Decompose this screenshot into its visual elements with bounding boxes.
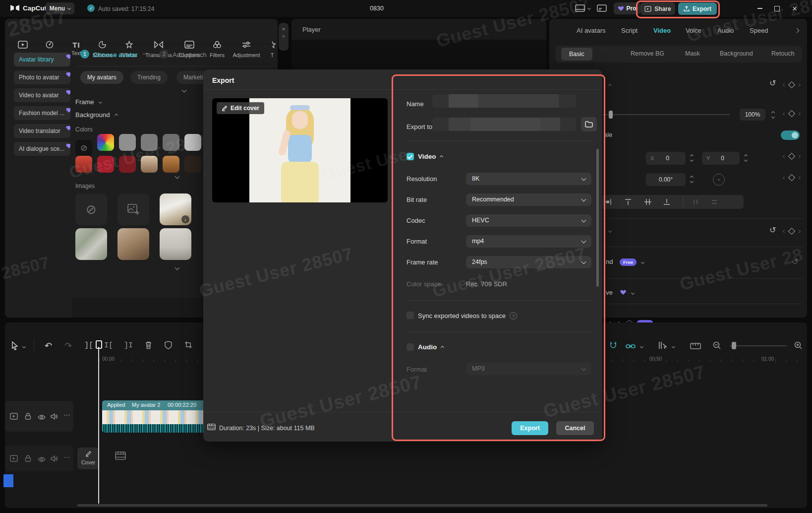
sync-checkbox[interactable] [406,312,414,319]
notes-icon[interactable] [597,4,607,14]
background-chevron-icon[interactable] [115,114,118,117]
zoom-in-icon[interactable] [794,341,802,351]
dialog-scrollbar[interactable] [596,149,599,287]
sidebar-item-ai-dialogue[interactable]: AI dialogue sce... [14,142,70,156]
player-layout-icon[interactable] [575,4,585,14]
subtab-remove-bg[interactable]: Remove BG [631,50,664,57]
rotation-stepper[interactable] [688,173,695,185]
image-tile-photo-1[interactable]: ↓ [160,193,191,225]
tab-audio[interactable]: Audio [717,27,734,34]
timeline-zoom-thumb[interactable] [732,342,736,349]
download-icon[interactable]: ↓ [181,215,189,223]
sidebar-item-video-translator[interactable]: Video translator [14,124,70,138]
rotation-field[interactable]: 0.00° [646,173,686,186]
playhead-marker[interactable] [96,340,102,349]
align-center-icon[interactable] [644,198,652,208]
keyframe-control[interactable] [783,175,800,180]
reset-icon[interactable]: ↺ [769,79,776,87]
panel-collapse-handle[interactable]: ✕≡ [279,23,289,51]
x-position-field[interactable]: X0 [646,152,686,165]
framerate-select[interactable]: 24fps [466,256,591,268]
more-options-icon[interactable]: ⋯ [63,411,70,419]
visibility-icon[interactable] [38,413,46,422]
tabs-more-icon[interactable] [795,28,800,33]
color-swatch[interactable]: ⊘ [75,140,92,157]
color-swatch[interactable] [141,134,158,151]
background-section-label[interactable]: Background [75,111,110,119]
distribute-h-icon[interactable] [692,198,699,208]
tab-trending[interactable]: Trending [130,71,168,84]
dialog-export-button[interactable]: Export [512,421,548,435]
export-to-field[interactable] [432,118,576,131]
rotation-dial[interactable]: − [713,174,725,186]
colors-expand-icon[interactable] [175,174,180,179]
frame-chevron-icon[interactable] [99,100,102,104]
tab-speed[interactable]: Speed [750,27,768,34]
color-swatch[interactable] [119,156,136,173]
edit-cover-button[interactable]: Edit cover [217,102,264,114]
align-bottom-icon[interactable] [663,198,671,208]
video-collapse-icon[interactable] [440,155,443,159]
trim-left-icon[interactable]: I[ [104,341,113,350]
snap-icon[interactable] [609,341,618,352]
y-position-field[interactable]: Y0 [702,152,740,165]
subtab-basic[interactable]: Basic [561,48,592,61]
sidebar-item-fashion-model[interactable]: Fashion model ... [14,106,70,120]
image-tile-photo-2[interactable] [75,228,107,260]
tab-video[interactable]: Video [653,27,671,34]
timeline-h-scrollbar[interactable] [77,504,767,507]
scale-slider-thumb[interactable] [609,111,613,119]
tab-templates-partial[interactable]: T [265,41,278,58]
toggle-switch[interactable] [781,130,800,140]
y-stepper[interactable] [742,152,749,164]
keyframe-control[interactable] [783,154,800,159]
more-options-icon[interactable]: ⋯ [63,453,70,461]
format-select[interactable]: mp4 [466,235,591,248]
color-swatch[interactable] [141,156,158,173]
distribute-v-icon[interactable] [710,198,718,208]
tab-my-avatars[interactable]: My avatars [80,71,123,84]
undo-icon[interactable]: ↶ [45,340,52,351]
mute-icon[interactable] [51,455,58,464]
color-swatch[interactable] [119,134,136,151]
redo-icon[interactable]: ↷ [64,340,72,351]
subtab-background[interactable]: Background [720,50,753,57]
image-tile-photo-3[interactable] [117,228,149,260]
tabs-expand-icon[interactable] [182,88,187,93]
keyframe-control[interactable] [783,82,800,87]
preview-split-chevron-icon[interactable] [672,345,675,348]
tab-adjustment[interactable]: Adjustment [231,41,262,58]
menu-button[interactable]: Menu [46,2,74,14]
frame-section-label[interactable]: Frame [75,98,94,106]
layout-chevron-icon[interactable] [587,6,591,10]
images-expand-icon[interactable] [175,265,180,270]
sidebar-item-photo-to-avatar[interactable]: Photo to avatar [14,70,70,84]
color-swatch[interactable] [75,156,92,173]
mute-icon[interactable] [51,413,58,422]
subtab-retouch[interactable]: Retouch [771,50,795,57]
cursor-chevron-icon[interactable] [22,345,26,348]
lock-icon[interactable] [25,455,31,464]
split-icon[interactable]: ][ [84,341,93,350]
color-swatch[interactable] [184,156,201,173]
scale-stepper[interactable] [769,109,776,121]
audio-format-select[interactable]: MP3 [466,363,591,375]
tab-script[interactable]: Script [621,27,638,34]
close-button[interactable]: ✕ [790,4,799,13]
reset-icon[interactable]: ↺ [769,226,776,234]
color-swatch[interactable] [163,156,179,173]
image-tile-none[interactable]: ⊘ [75,193,107,225]
crop-icon[interactable] [184,341,192,351]
keyframe-control[interactable] [783,229,800,234]
audio-checkbox[interactable] [406,343,414,351]
keyframe-control[interactable] [783,111,800,116]
image-tile-add[interactable] [117,193,149,225]
delete-icon[interactable] [145,341,152,351]
color-swatch[interactable] [184,134,201,151]
tab-transitions[interactable]: Transitions [144,41,174,58]
link-chevron-icon[interactable] [640,345,643,348]
bitrate-select[interactable]: Recommended [466,193,591,206]
dialog-cancel-button[interactable]: Cancel [556,421,594,435]
sidebar-item-video-to-avatar[interactable]: Video to avatar [14,88,70,102]
align-left-icon[interactable] [604,198,612,208]
